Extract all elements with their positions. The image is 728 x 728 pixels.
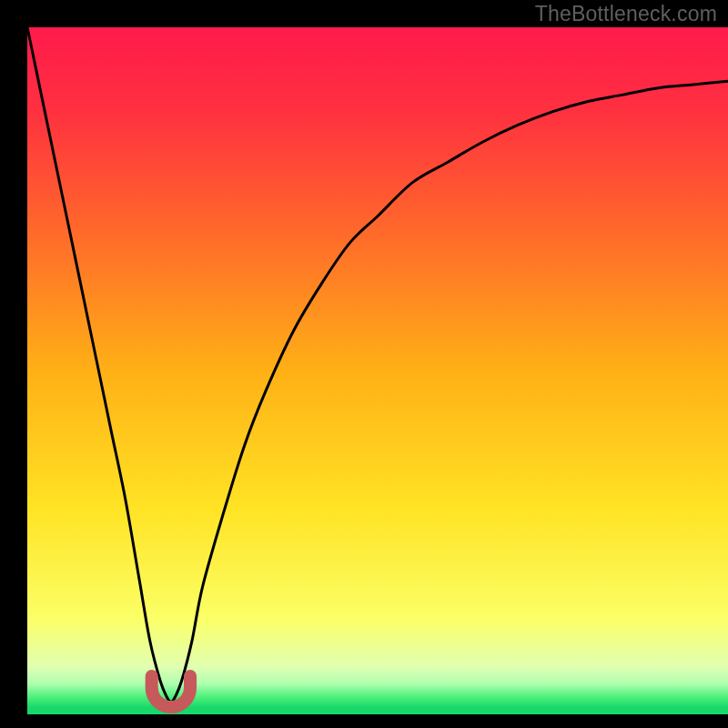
plot-area — [27, 27, 728, 714]
outer-frame: TheBottleneck.com — [0, 0, 728, 728]
watermark-text: TheBottleneck.com — [535, 2, 717, 26]
gradient-background — [27, 27, 728, 714]
chart-svg — [27, 27, 728, 714]
